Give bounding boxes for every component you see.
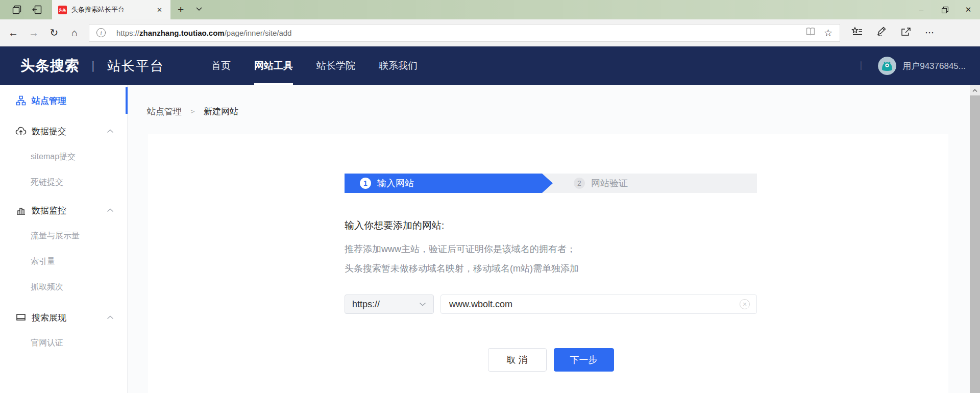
breadcrumb-current: 新建网站 <box>204 106 238 117</box>
favorites-hub-icon[interactable] <box>851 27 863 39</box>
settings-more-icon[interactable]: ⋯ <box>925 27 935 38</box>
window-restore-button[interactable] <box>933 0 957 19</box>
window-minimize-button[interactable]: – <box>910 0 933 19</box>
logo-primary: 头条搜索 <box>20 56 80 76</box>
account-menu[interactable]: 丨 用户94376845... <box>856 57 966 75</box>
address-divider <box>110 28 110 38</box>
tab-close-icon[interactable]: ✕ <box>154 5 165 15</box>
form-actions: 取 消 下一步 <box>345 348 757 372</box>
app-area: 站点管理 数据提交 sitemap提交 死链提交 <box>0 85 980 393</box>
cloud-upload-icon <box>15 126 27 137</box>
sidebar: 站点管理 数据提交 sitemap提交 死链提交 <box>0 85 128 393</box>
sidebar-item-data-submit[interactable]: 数据提交 <box>0 118 127 144</box>
sidebar-item-sitemap-submit[interactable]: sitemap提交 <box>0 144 127 169</box>
chevron-up-icon[interactable] <box>107 313 114 322</box>
bar-chart-icon <box>15 205 27 216</box>
add-site-card: 1 输入网站 2 网站验证 输入你想要添加的网站: 推荐添加www主站，验证后可… <box>148 134 948 393</box>
url-text[interactable]: https://zhanzhang.toutiao.com/page/inner… <box>116 29 805 37</box>
step-indicator: 1 输入网站 2 网站验证 <box>345 174 757 193</box>
account-divider: 丨 <box>856 60 866 72</box>
reading-view-icon[interactable] <box>805 27 816 38</box>
logo-secondary: 站长平台 <box>107 57 164 75</box>
sidebar-item-search-display[interactable]: 搜索展现 <box>0 305 127 330</box>
add-favorite-star-icon[interactable]: ☆ <box>824 27 832 39</box>
web-note-pen-icon[interactable] <box>876 27 887 39</box>
sidebar-item-official-site-verify[interactable]: 官网认证 <box>0 330 127 356</box>
form-heading: 输入你想要添加的网站: <box>345 219 757 232</box>
intro-text: 输入你想要添加的网站: 推荐添加www主站，验证后可证明你是该域名的拥有者； 头… <box>345 219 757 278</box>
sidebar-item-crawl-frequency[interactable]: 抓取频次 <box>0 274 127 300</box>
step-2-number: 2 <box>574 178 585 189</box>
site-info-icon[interactable]: i <box>96 28 106 37</box>
site-header: 头条搜索 丨 站长平台 首页 网站工具 站长学院 联系我们 丨 用户 <box>0 46 980 85</box>
screenshot-root: 头条 头条搜索站长平台 ✕ + – ✕ ← → ↻ ⌂ i h <box>0 0 980 393</box>
site-favicon: 头条 <box>58 6 67 14</box>
forward-icon[interactable]: → <box>23 27 44 39</box>
form-tip-2: 头条搜索暂未做移动域名映射，移动域名(m站)需单独添加 <box>345 259 757 278</box>
next-step-button[interactable]: 下一步 <box>554 348 614 372</box>
main-menu: 首页 网站工具 站长学院 联系我们 <box>188 46 418 85</box>
scrollbar-thumb[interactable] <box>970 95 980 393</box>
logo-divider: 丨 <box>88 59 99 75</box>
tabs-set-aside-icon[interactable] <box>11 4 22 15</box>
sidebar-item-index-volume[interactable]: 索引量 <box>0 249 127 274</box>
page-scrollbar[interactable] <box>970 85 980 393</box>
site-input-row: https:// ✕ <box>345 294 757 314</box>
protocol-select[interactable]: https:// <box>345 294 434 314</box>
step-1-enter-site: 1 输入网站 <box>345 174 542 193</box>
breadcrumb-site-management[interactable]: 站点管理 <box>147 106 182 117</box>
back-icon[interactable]: ← <box>3 27 23 39</box>
breadcrumb: 站点管理 ＞ 新建网站 <box>147 106 238 117</box>
monitor-icon <box>15 312 27 323</box>
tab-preview-chevron-icon[interactable] <box>191 5 207 15</box>
chevron-down-icon <box>419 300 426 309</box>
sidebar-item-traffic-impressions[interactable]: 流量与展示量 <box>0 223 127 249</box>
content-area: 站点管理 ＞ 新建网站 1 输入网站 2 网站验证 输入你想要添加的网站: <box>128 85 970 393</box>
sitemap-icon <box>15 95 27 106</box>
sidebar-item-site-management[interactable]: 站点管理 <box>0 88 127 113</box>
address-bar[interactable]: i https://zhanzhang.toutiao.com/page/inn… <box>89 24 840 42</box>
window-close-button[interactable]: ✕ <box>957 0 980 19</box>
chevron-up-icon[interactable] <box>107 127 114 136</box>
sidebar-item-data-monitor[interactable]: 数据监控 <box>0 198 127 223</box>
site-url-input[interactable] <box>440 294 757 314</box>
browser-tab[interactable]: 头条 头条搜索站长平台 ✕ <box>52 0 170 19</box>
clear-input-icon[interactable]: ✕ <box>740 299 750 309</box>
menu-item-site-tools[interactable]: 网站工具 <box>254 46 293 85</box>
step-1-number: 1 <box>360 178 371 189</box>
step-2-verify-site: 2 网站验证 <box>542 174 757 193</box>
set-tabs-aside-icon[interactable] <box>32 4 43 15</box>
browser-tab-bar: 头条 头条搜索站长平台 ✕ + – ✕ <box>0 0 980 19</box>
tab-title: 头条搜索站长平台 <box>71 5 149 14</box>
share-icon[interactable] <box>900 27 912 39</box>
protocol-value: https:// <box>352 299 419 310</box>
chevron-up-icon[interactable] <box>107 206 114 215</box>
menu-item-home[interactable]: 首页 <box>211 46 231 85</box>
step-1-label: 输入网站 <box>377 177 414 189</box>
cancel-button[interactable]: 取 消 <box>488 348 547 372</box>
breadcrumb-separator: ＞ <box>189 107 197 116</box>
username: 用户94376845... <box>902 60 966 72</box>
step-2-label: 网站验证 <box>591 177 628 189</box>
new-tab-button[interactable]: + <box>170 4 191 16</box>
avatar <box>878 57 896 75</box>
site-logo: 头条搜索 丨 站长平台 <box>20 56 164 76</box>
scrollbar-up-button[interactable] <box>970 85 980 95</box>
form-tip-1: 推荐添加www主站，验证后可证明你是该域名的拥有者； <box>345 239 757 259</box>
refresh-icon[interactable]: ↻ <box>44 27 64 39</box>
sidebar-item-dead-link-submit[interactable]: 死链提交 <box>0 169 127 195</box>
menu-item-academy[interactable]: 站长学院 <box>316 46 355 85</box>
browser-toolbar: ← → ↻ ⌂ i https://zhanzhang.toutiao.com/… <box>0 19 980 46</box>
home-icon[interactable]: ⌂ <box>64 27 85 39</box>
menu-item-contact[interactable]: 联系我们 <box>379 46 418 85</box>
